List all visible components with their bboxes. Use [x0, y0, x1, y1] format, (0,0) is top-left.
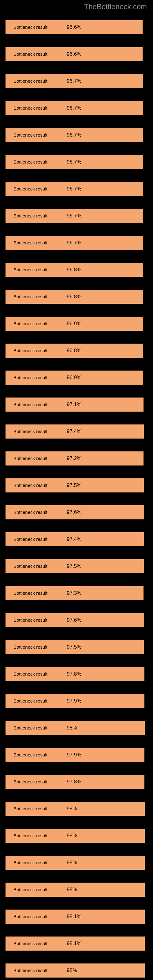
bar-value: 96.8%	[67, 294, 81, 300]
bar-value: 98%	[67, 886, 77, 893]
bar-row: Bottleneck result98%	[5, 802, 148, 816]
bar-row: Bottleneck result96.7%	[5, 182, 148, 196]
bar-value: 96.7%	[67, 186, 81, 192]
gap-row	[5, 201, 148, 209]
bar-value: 98%	[67, 833, 77, 839]
gap-row	[5, 12, 148, 20]
bar-row: Bottleneck result97.5%	[5, 559, 148, 573]
bar-label: Bottleneck result	[13, 456, 48, 461]
bar-value: 97.5%	[67, 482, 81, 488]
bar-value: 96.9%	[67, 375, 81, 381]
bar-value: 97.1%	[67, 401, 81, 407]
bar-row: Bottleneck result96.6%	[5, 47, 148, 61]
bar-row: Bottleneck result98%	[5, 856, 148, 870]
gap-row	[5, 794, 148, 802]
bar-value: 98.1%	[67, 940, 81, 947]
gap-row	[5, 470, 148, 478]
bar-label: Bottleneck result	[13, 24, 48, 30]
gap-row	[5, 255, 148, 263]
bar-row: Bottleneck result96.7%	[5, 101, 148, 115]
gap-row	[5, 336, 148, 344]
bar-label: Bottleneck result	[13, 914, 48, 919]
bar-row: Bottleneck result98.1%	[5, 937, 148, 951]
bar-label: Bottleneck result	[13, 833, 48, 838]
bar-value: 96.8%	[67, 348, 81, 354]
gap-row	[5, 848, 148, 856]
bar-value: 97.8%	[67, 779, 81, 785]
bar-row: Bottleneck result97.8%	[5, 775, 148, 789]
bar-label: Bottleneck result	[13, 860, 48, 865]
bar-value: 96.7%	[67, 159, 81, 165]
bar-row: Bottleneck result96.8%	[5, 344, 148, 358]
gap-row	[5, 228, 148, 236]
bar-label: Bottleneck result	[13, 536, 48, 542]
bar-row: Bottleneck result98%	[5, 829, 148, 843]
bar-label: Bottleneck result	[13, 132, 48, 137]
page-header: TheBottleneck.com	[0, 0, 153, 12]
gap-row	[5, 174, 148, 182]
bar-row: Bottleneck result96.7%	[5, 236, 148, 250]
bottleneck-chart: Bottleneck result96.6%Bottleneck result9…	[0, 12, 153, 980]
bar-value: 97.8%	[67, 671, 81, 677]
bar-label: Bottleneck result	[13, 644, 48, 649]
gap-row	[5, 740, 148, 748]
bar-value: 97.2%	[67, 455, 81, 461]
bar-value: 97.6%	[67, 509, 81, 515]
bar-row: Bottleneck result97.1%	[5, 398, 148, 412]
bar-row: Bottleneck result96.6%	[5, 20, 148, 34]
bar-row: Bottleneck result97.5%	[5, 478, 148, 492]
bar-label: Bottleneck result	[13, 779, 48, 784]
gap-row	[5, 551, 148, 559]
bar-value: 96.8%	[67, 267, 81, 273]
gap-row	[5, 282, 148, 290]
bar-value: 97.4%	[67, 536, 81, 542]
bar-label: Bottleneck result	[13, 375, 48, 380]
bar-label: Bottleneck result	[13, 294, 48, 299]
bar-label: Bottleneck result	[13, 752, 48, 757]
bar-label: Bottleneck result	[13, 213, 48, 218]
bar-row: Bottleneck result97.8%	[5, 667, 148, 681]
gap-row	[5, 39, 148, 47]
bar-row: Bottleneck result97.6%	[5, 505, 148, 519]
gap-row	[5, 767, 148, 775]
bar-row: Bottleneck result96.7%	[5, 209, 148, 223]
bar-label: Bottleneck result	[13, 402, 48, 407]
gap-row	[5, 147, 148, 155]
bar-value: 97.5%	[67, 644, 81, 650]
bar-value: 97.9%	[67, 698, 81, 704]
bar-row: Bottleneck result96.7%	[5, 155, 148, 169]
bar-label: Bottleneck result	[13, 887, 48, 892]
site-title: TheBottleneck.com	[84, 2, 147, 11]
bar-row: Bottleneck result97.5%	[5, 640, 148, 654]
gap-row	[5, 524, 148, 532]
bar-value: 98.1%	[67, 913, 81, 920]
bar-row: Bottleneck result96.9%	[5, 317, 148, 331]
bar-row: Bottleneck result97.2%	[5, 452, 148, 466]
bar-row: Bottleneck result97.3%	[5, 586, 148, 600]
bar-row: Bottleneck result97.9%	[5, 694, 148, 708]
bar-value: 96.6%	[67, 51, 81, 57]
bar-value: 98%	[67, 725, 77, 731]
bar-row: Bottleneck result97.9%	[5, 748, 148, 762]
bar-value: 97.9%	[67, 752, 81, 758]
bar-row: Bottleneck result98%	[5, 883, 148, 897]
bar-value: 98%	[67, 967, 77, 974]
bar-value: 96.7%	[67, 78, 81, 84]
bar-label: Bottleneck result	[13, 159, 48, 164]
gap-row	[5, 578, 148, 586]
bar-value: 96.7%	[67, 240, 81, 246]
bar-value: 96.9%	[67, 321, 81, 327]
bar-label: Bottleneck result	[13, 51, 48, 57]
bar-label: Bottleneck result	[13, 348, 48, 353]
gap-row	[5, 390, 148, 398]
gap-row	[5, 497, 148, 505]
bar-label: Bottleneck result	[13, 968, 48, 973]
bar-row: Bottleneck result97.6%	[5, 613, 148, 627]
gap-row	[5, 713, 148, 721]
bar-value: 96.6%	[67, 24, 81, 30]
gap-row	[5, 821, 148, 829]
bar-value: 97.3%	[67, 590, 81, 596]
bar-label: Bottleneck result	[13, 698, 48, 703]
bar-row: Bottleneck result98.1%	[5, 910, 148, 924]
bar-label: Bottleneck result	[13, 105, 48, 111]
